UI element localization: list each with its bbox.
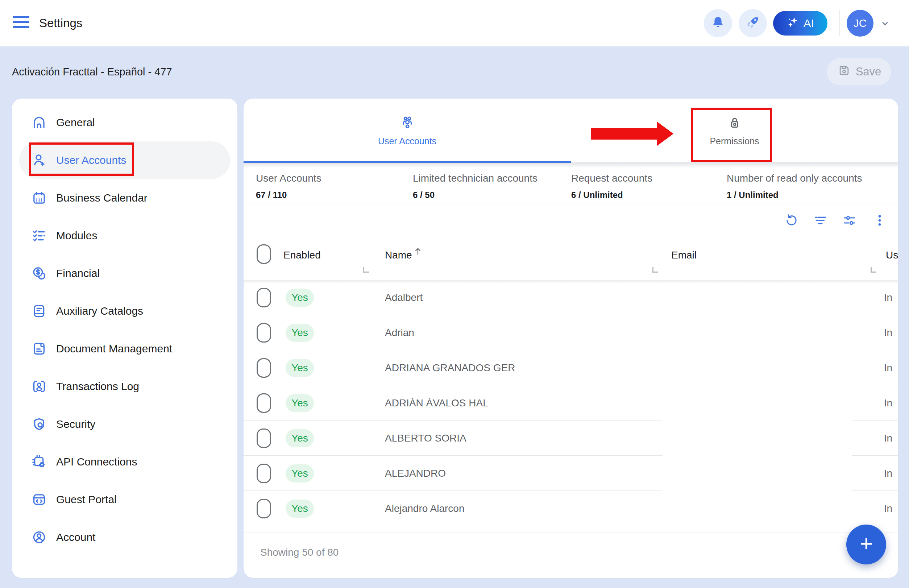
column-header-enabled[interactable]: Enabled <box>283 249 321 261</box>
use-cell: In <box>884 280 892 315</box>
row-count-status: Showing 50 of 80 <box>260 547 339 558</box>
settings-page: Settings AI JC Activación Fracttal - Esp… <box>0 0 909 588</box>
stat-value: 6 / Unlimited <box>571 190 652 200</box>
table-row[interactable]: Yes ADRIÁN ÁVALOS HAL In <box>244 385 898 420</box>
use-cell: In <box>884 491 892 526</box>
tab-user-accounts-label: User Accounts <box>378 136 436 147</box>
browser-code-icon <box>31 491 47 508</box>
topbar-divider <box>840 10 840 36</box>
column-header-use[interactable]: Use <box>886 249 898 261</box>
save-button[interactable]: Save <box>827 58 891 86</box>
ai-button-label: AI <box>804 17 814 29</box>
name-cell: Alejandro Alarcon <box>385 491 464 526</box>
save-button-label: Save <box>856 65 882 78</box>
name-cell: ADRIANA GRANADOS GER <box>385 350 515 385</box>
tab-user-accounts[interactable]: User Accounts <box>244 99 571 162</box>
add-user-button[interactable]: + <box>846 525 886 564</box>
filter-icon[interactable] <box>813 213 828 228</box>
hamburger-menu-icon[interactable] <box>13 16 29 31</box>
home-icon <box>31 114 47 131</box>
stat-read-only-accounts: Number of read only accounts 1 / Unlimit… <box>727 173 862 200</box>
coins-icon <box>31 265 47 282</box>
bell-icon <box>710 15 726 32</box>
sidebar-item-guest-portal[interactable]: Guest Portal <box>12 481 237 519</box>
sidebar-item-modules[interactable]: Modules <box>12 217 237 255</box>
refresh-icon[interactable] <box>784 213 799 228</box>
column-resize-handle[interactable] <box>870 267 877 273</box>
sidebar-item-api-connections[interactable]: API Connections <box>12 443 237 481</box>
column-header-email[interactable]: Email <box>671 249 697 261</box>
row-checkbox[interactable] <box>257 464 271 483</box>
tab-permissions[interactable]: Permissions <box>571 99 898 162</box>
sidebar-item-document-management[interactable]: Document Management <box>12 330 237 368</box>
stat-request-accounts: Request accounts 6 / Unlimited <box>571 173 652 200</box>
table-row[interactable]: Yes ADRIANA GRANADOS GER In <box>244 350 898 385</box>
stat-label: Number of read only accounts <box>727 173 862 184</box>
column-header-name[interactable]: Name <box>385 249 412 261</box>
sidebar-item-security[interactable]: Security <box>12 405 237 443</box>
sidebar-item-general[interactable]: General <box>12 104 237 141</box>
user-group-icon <box>399 115 415 131</box>
stat-user-accounts: User Accounts 67 / 110 <box>256 173 321 200</box>
checklist-icon <box>31 227 47 244</box>
name-cell: ALBERTO SORIA <box>385 420 467 456</box>
chip-icon <box>31 454 47 470</box>
sidebar-item-auxiliary-catalogs[interactable]: Auxiliary Catalogs <box>12 292 237 330</box>
row-checkbox[interactable] <box>257 428 271 448</box>
row-checkbox[interactable] <box>257 499 271 519</box>
launch-button[interactable] <box>739 9 767 37</box>
settings-sidebar: General User Accounts Business Calendar … <box>12 99 237 578</box>
user-accounts-panel: User Accounts Permissions User Accounts … <box>244 99 898 578</box>
sidebar-item-user-accounts[interactable]: User Accounts <box>19 141 230 179</box>
sidebar-item-business-calendar[interactable]: Business Calendar <box>12 179 237 217</box>
use-cell: In <box>884 350 892 385</box>
page-title: Settings <box>39 0 82 47</box>
row-checkbox[interactable] <box>257 288 271 307</box>
calendar-icon <box>31 190 47 206</box>
user-add-icon <box>31 152 47 168</box>
table-row[interactable]: Yes ALEJANDRO In <box>244 456 898 491</box>
chevron-down-icon[interactable] <box>880 19 891 28</box>
sidebar-item-transactions-log[interactable]: Transactions Log <box>12 368 237 405</box>
table-footer: Showing 50 of 80 <box>244 533 898 578</box>
enabled-badge: Yes <box>286 359 314 377</box>
table-row[interactable]: Yes ALBERTO SORIA In <box>244 420 898 456</box>
use-cell: In <box>884 420 892 456</box>
stat-label: Request accounts <box>571 173 652 184</box>
column-resize-handle[interactable] <box>652 267 658 273</box>
stat-limited-technician-accounts: Limited technician accounts 6 / 50 <box>413 173 538 200</box>
kebab-menu-icon[interactable] <box>872 213 887 228</box>
stat-label: User Accounts <box>256 173 321 184</box>
notifications-button[interactable] <box>704 9 732 37</box>
name-cell: ADRIÁN ÁVALOS HAL <box>385 385 489 420</box>
tune-icon[interactable] <box>842 213 857 228</box>
ai-assistant-button[interactable]: AI <box>773 11 827 36</box>
enabled-badge: Yes <box>286 394 314 412</box>
use-cell: In <box>884 315 892 350</box>
enabled-badge: Yes <box>286 429 314 447</box>
sidebar-item-account[interactable]: Account <box>12 519 237 556</box>
table-row[interactable]: Yes Adrian In <box>244 315 898 350</box>
use-cell: In <box>884 456 892 491</box>
row-checkbox[interactable] <box>257 393 271 413</box>
sidebar-item-financial[interactable]: Financial <box>12 255 237 292</box>
select-all-checkbox[interactable] <box>257 244 271 264</box>
sort-ascending-icon[interactable] <box>412 246 423 258</box>
user-circle-icon <box>31 529 47 546</box>
breadcrumb: Activación Fracttal - Español - 477 <box>12 58 172 86</box>
stat-label: Limited technician accounts <box>413 173 538 184</box>
row-checkbox[interactable] <box>257 358 271 378</box>
column-resize-handle[interactable] <box>363 267 369 273</box>
id-card-icon <box>31 378 47 395</box>
book-icon <box>31 303 47 319</box>
table-row[interactable]: Yes Adalbert In <box>244 280 898 315</box>
tab-permissions-label: Permissions <box>710 136 759 147</box>
tabs-shadow <box>244 163 898 168</box>
enabled-badge: Yes <box>286 289 314 307</box>
name-cell: ALEJANDRO <box>385 456 446 491</box>
table-row[interactable]: Yes Alejandro Alarcon In <box>244 491 898 526</box>
stat-value: 6 / 50 <box>413 190 538 200</box>
user-avatar[interactable]: JC <box>847 10 873 37</box>
lock-icon <box>727 115 743 131</box>
row-checkbox[interactable] <box>257 323 271 342</box>
